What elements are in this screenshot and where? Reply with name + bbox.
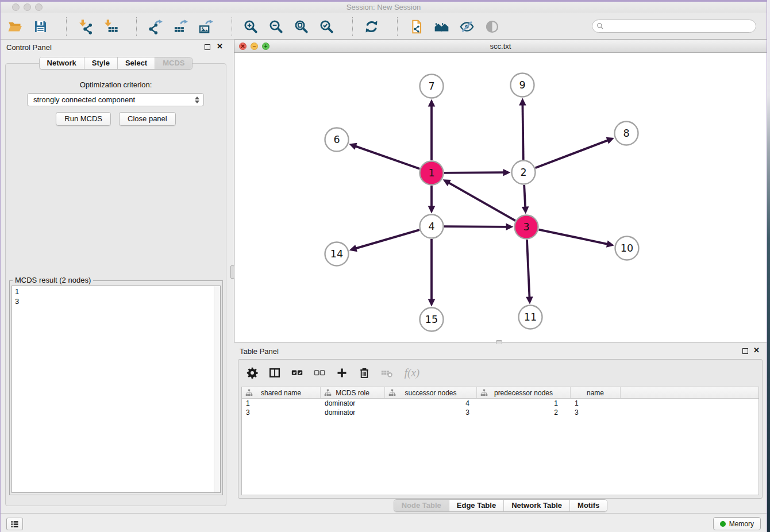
network-window-titlebar[interactable]: ✕ – + scc.txt [234,40,767,53]
graph-node-10[interactable]: 10 [615,237,639,260]
vertical-splitter-handle[interactable] [230,265,234,279]
open-file-button[interactable] [6,18,24,35]
control-tab-style[interactable]: Style [84,57,118,69]
graph-node-1[interactable]: 1 [420,161,444,185]
close-panel-button[interactable]: Close panel [119,112,176,126]
result-scrollbar[interactable] [214,286,220,492]
float-panel-icon[interactable] [205,44,210,50]
save-session-button[interactable] [32,18,49,35]
show-all-button[interactable] [483,18,500,35]
edge-1-to-4[interactable] [428,186,436,214]
column-header-name[interactable]: name [571,387,621,398]
column-header-predecessor-nodes[interactable]: predecessor nodes [477,387,571,398]
edge-2-to-9[interactable] [519,98,526,160]
mcds-result-textarea[interactable]: 1 3 [11,286,221,493]
edge-4-to-15[interactable] [428,239,436,307]
edge-1-to-7[interactable] [428,99,436,161]
clear-all-checks-button[interactable] [313,366,326,380]
table-cell[interactable]: 1 [477,399,571,408]
show-columns-button[interactable] [268,366,282,380]
run-mcds-button[interactable]: Run MCDS [56,112,111,126]
search-input[interactable] [604,21,756,32]
optimization-criterion-label: Optimization criterion: [6,80,226,89]
search-field[interactable] [592,20,756,33]
edge-2-to-8[interactable] [536,137,614,168]
zoom-in-button[interactable] [242,18,259,35]
table-tab-motifs[interactable]: Motifs [570,500,607,511]
network-canvas[interactable]: 7968124314101511 [234,53,767,342]
table-tab-edge-table[interactable]: Edge Table [449,500,504,511]
select-all-checks-button[interactable] [290,366,304,380]
edge-3-to-10[interactable] [539,230,614,248]
column-header-MCDS-role[interactable]: MCDS role [321,387,385,398]
edge-3-to-1[interactable] [443,179,515,221]
table-row[interactable]: 3dominator323 [242,408,759,417]
graph-node-14[interactable]: 14 [325,242,349,266]
table-float-panel-icon[interactable] [742,348,748,354]
export-table-button[interactable] [172,18,189,35]
edge-2-to-3[interactable] [522,185,529,214]
table-cell[interactable]: 4 [385,399,477,408]
hide-selected-button[interactable] [458,18,475,35]
control-panel-title: Control Panel [6,43,52,52]
graph-node-8[interactable]: 8 [615,122,638,145]
column-header-shared-name[interactable]: shared name [242,387,321,398]
function-builder-button[interactable]: f(x) [402,366,422,380]
table-header-row: shared nameMCDS rolesuccessor nodesprede… [242,387,759,399]
show-columns-icon [268,367,281,379]
edge-3-to-11[interactable] [526,240,533,304]
table-cell[interactable]: 3 [385,408,477,417]
edge-4-to-3[interactable] [444,223,514,230]
control-tab-mcds[interactable]: MCDS [155,57,192,69]
memory-button[interactable]: Memory [713,517,761,530]
table-tab-network-table[interactable]: Network Table [504,500,570,511]
edge-4-to-14[interactable] [349,230,419,252]
table-cell[interactable]: 3 [242,408,321,417]
control-tab-network[interactable]: Network [40,57,84,69]
delete-row-button[interactable] [357,366,371,380]
zoom-out-icon [268,19,284,34]
zoom-selected-button[interactable] [318,18,335,35]
svg-text:9: 9 [519,79,525,91]
table-cell[interactable]: dominator [321,399,385,408]
import-table-button[interactable] [102,18,119,35]
panel-list-button[interactable] [6,518,23,530]
close-panel-icon[interactable]: ✕ [217,42,223,51]
graph-node-7[interactable]: 7 [420,75,444,98]
apply-layout-button[interactable] [363,18,380,35]
control-tab-select[interactable]: Select [118,57,155,69]
zoom-fit-button[interactable] [292,18,310,35]
table-cell[interactable]: 1 [242,399,321,408]
edge-1-to-6[interactable] [349,143,419,169]
first-neighbors-button[interactable] [433,18,450,35]
table-cell[interactable]: 2 [477,408,571,417]
table-row[interactable]: 1dominator411 [242,399,759,408]
add-row-button[interactable] [335,366,349,380]
export-image-button[interactable] [197,18,214,35]
application-window: Session: New Session Control Panel ✕ Net… [0,0,767,532]
table-cell[interactable]: 3 [571,408,621,417]
graph-node-2[interactable]: 2 [512,161,536,184]
import-network-button[interactable] [76,18,94,35]
graph-node-3[interactable]: 3 [515,215,538,239]
graph-node-15[interactable]: 15 [420,308,444,331]
edge-1-to-2[interactable] [444,169,511,176]
apply-layout-icon [364,19,379,34]
table-options-button[interactable] [245,366,259,380]
export-network-button[interactable] [147,18,164,35]
delete-table-button[interactable] [380,366,394,380]
graph-node-9[interactable]: 9 [511,74,534,97]
zoom-out-button[interactable] [267,18,284,35]
graph-node-6[interactable]: 6 [325,128,349,152]
table-cell[interactable]: 1 [571,399,621,408]
graph-node-11[interactable]: 11 [519,306,542,329]
column-header-successor-nodes[interactable]: successor nodes [385,387,477,398]
graph-node-4[interactable]: 4 [420,215,444,238]
optimization-criterion-select[interactable]: strongly connected component [27,93,204,106]
control-panel-tabs: NetworkStyleSelectMCDS [1,57,231,70]
column-label: predecessor nodes [494,389,553,397]
table-tab-node-table[interactable]: Node Table [394,500,449,511]
table-close-panel-icon[interactable]: ✕ [753,346,760,354]
duplicate-network-button[interactable] [407,18,425,35]
table-cell[interactable]: dominator [321,408,385,417]
